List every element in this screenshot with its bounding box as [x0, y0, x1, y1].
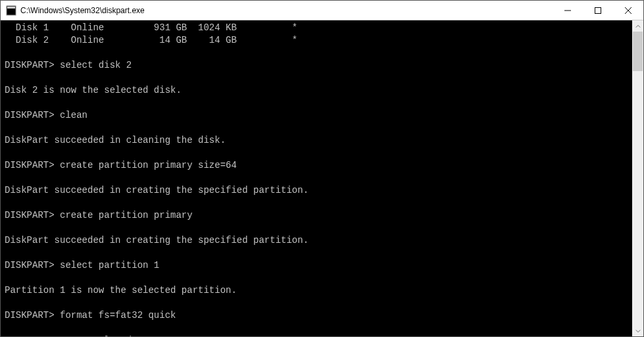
vertical-scrollbar[interactable]	[632, 20, 643, 336]
scroll-down-button[interactable]	[632, 325, 643, 336]
close-button[interactable]	[613, 1, 643, 20]
app-icon	[6, 5, 16, 16]
window-controls	[553, 1, 643, 20]
svg-rect-1	[7, 7, 15, 9]
scrollbar-track[interactable]	[632, 32, 643, 325]
svg-rect-3	[595, 7, 601, 13]
scrollbar-thumb[interactable]	[633, 32, 643, 71]
minimize-button[interactable]	[553, 1, 583, 20]
window-title: C:\Windows\System32\diskpart.exe	[20, 6, 553, 15]
console-output[interactable]: Disk 1 Online 931 GB 1024 KB * Disk 2 On…	[1, 20, 632, 336]
titlebar: C:\Windows\System32\diskpart.exe	[1, 1, 643, 20]
scroll-up-button[interactable]	[632, 20, 643, 32]
maximize-button[interactable]	[583, 1, 613, 20]
